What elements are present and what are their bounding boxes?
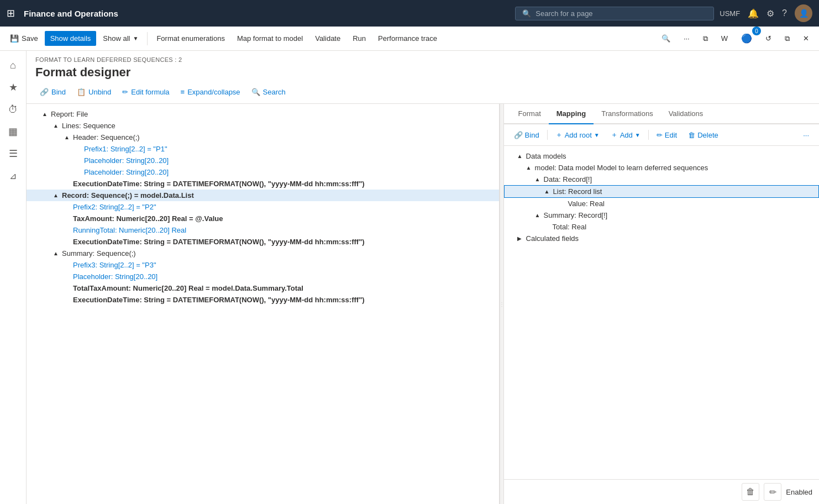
map-more-button[interactable]: ··· — [799, 129, 813, 141]
sidebar-home-icon[interactable]: ⌂ — [3, 55, 23, 75]
toggle-summary-record: ▲ — [535, 212, 544, 218]
map-text-total: Total: Real — [553, 223, 586, 231]
top-nav-bar: ⊞ Finance and Operations 🔍 Search for a … — [0, 0, 819, 27]
tree-item-summary[interactable]: ▲ Summary: Sequence(;) — [27, 248, 499, 259]
toolbar-search-button[interactable]: 🔍 — [656, 31, 676, 46]
tab-validations[interactable]: Validations — [661, 104, 711, 124]
map-item-calculated-fields[interactable]: ▶ Calculated fields — [504, 233, 819, 244]
tree-text-execdate2: ExecutionDateTime: String = DATETIMEFORM… — [73, 238, 365, 246]
tree-item-execdate2[interactable]: ExecutionDateTime: String = DATETIMEFORM… — [27, 236, 499, 248]
tab-format[interactable]: Format — [511, 104, 549, 124]
map-item-summary-record[interactable]: ▲ Summary: Record[!] — [504, 209, 819, 221]
inner-toolbar: 🔗 Bind 📋 Unbind ✏ Edit formula ≡ Expand/… — [35, 85, 810, 103]
map-format-to-model-button[interactable]: Map format to model — [232, 31, 308, 46]
expand-collapse-button[interactable]: ≡ Expand/collapse — [176, 85, 245, 99]
avatar[interactable]: 👤 — [795, 4, 812, 22]
bell-icon[interactable]: 🔔 — [748, 8, 759, 19]
search-icon: 🔍 — [522, 9, 531, 18]
tree-text-placeholder3: Placeholder: String[20..20] — [73, 272, 158, 281]
map-edit-button[interactable]: ✏ Edit — [652, 129, 681, 141]
tree-item-placeholder2[interactable]: Placeholder: String[20..20] — [27, 166, 499, 178]
tree-item-taxamount[interactable]: TaxAmount: Numeric[20..20] Real = @.Valu… — [27, 213, 499, 224]
toggle-data-models: ▲ — [517, 153, 526, 159]
map-text-list-record: List: Record list — [553, 187, 602, 196]
run-button[interactable]: Run — [347, 31, 371, 46]
tree-text-taxamount: TaxAmount: Numeric[20..20] Real = @.Valu… — [73, 214, 223, 223]
tree-item-execdate3[interactable]: ExecutionDateTime: String = DATETIMEFORM… — [27, 294, 499, 306]
bottom-delete-button[interactable]: 🗑 — [742, 483, 759, 501]
tree-text-placeholder1: Placeholder: String[20..20] — [84, 156, 169, 165]
app-title: Finance and Operations — [24, 9, 118, 18]
unbind-icon: 📋 — [77, 88, 86, 96]
tree-item-runningtotal[interactable]: RunningTotal: Numeric[20..20] Real — [27, 224, 499, 236]
toolbar-plugin-button[interactable]: ⧉ — [697, 31, 713, 46]
map-item-data-record[interactable]: ▲ Data: Record[!] — [504, 174, 819, 185]
main-layout: ⌂ ★ ⏱ ▦ ☰ ⊿ FORMAT TO LEARN DEFERRED SEQ… — [0, 51, 819, 504]
tree-item-execdate1[interactable]: ExecutionDateTime: String = DATETIMEFORM… — [27, 178, 499, 190]
expand-icon: ≡ — [181, 88, 185, 96]
toolbar-office-button[interactable]: W — [716, 31, 733, 46]
gear-icon[interactable]: ⚙ — [767, 8, 774, 19]
open-new-tab-button[interactable]: ⧉ — [779, 31, 795, 46]
map-add-button[interactable]: ＋ Add ▼ — [606, 128, 645, 142]
search-button[interactable]: 🔍 Search — [247, 85, 290, 99]
drag-handle[interactable]: ⋮ — [500, 104, 504, 504]
mapping-panel: Format Mapping Transformations Validatio… — [504, 104, 819, 504]
grid-icon[interactable]: ⊞ — [7, 7, 15, 19]
nav-icons: USMF 🔔 ⚙ ? 👤 — [720, 4, 812, 22]
sidebar-filter-icon[interactable]: ⊿ — [3, 166, 23, 186]
map-item-model[interactable]: ▲ model: Data model Model to learn defer… — [504, 162, 819, 174]
map-item-value[interactable]: Value: Real — [504, 198, 819, 209]
performance-trace-button[interactable]: Performance trace — [372, 31, 443, 46]
tree-item-placeholder3[interactable]: Placeholder: String[20..20] — [27, 271, 499, 282]
tree-text-summary: Summary: Sequence(;) — [62, 249, 136, 258]
tree-item-record[interactable]: ▲ Record: Sequence(;) = model.Data.List — [27, 190, 499, 201]
map-item-data-models[interactable]: ▲ Data models — [504, 150, 819, 162]
map-add-icon: ＋ — [611, 130, 618, 140]
map-delete-button[interactable]: 🗑 Delete — [684, 129, 723, 141]
action-toolbar: 💾 Save Show details Show all ▼ Format en… — [0, 27, 819, 51]
map-add-root-button[interactable]: ＋ Add root ▼ — [551, 128, 604, 142]
toolbar-more-button[interactable]: ··· — [678, 31, 695, 46]
tree-item-prefix1[interactable]: Prefix1: String[2..2] = "P1" — [27, 143, 499, 155]
split-pane: ▲ Report: File ▲ Lines: Sequence ▲ Heade… — [27, 104, 819, 504]
format-enumerations-button[interactable]: Format enumerations — [151, 31, 230, 46]
tree-item-header[interactable]: ▲ Header: Sequence(;) — [27, 132, 499, 143]
tab-transformations[interactable]: Transformations — [594, 104, 660, 124]
help-icon[interactable]: ? — [782, 8, 787, 18]
tree-item-report[interactable]: ▲ Report: File — [27, 108, 499, 120]
refresh-button[interactable]: ↺ — [760, 31, 777, 46]
tree-text-prefix1: Prefix1: String[2..2] = "P1" — [84, 145, 167, 153]
map-item-total[interactable]: Total: Real — [504, 221, 819, 233]
tree-item-prefix2[interactable]: Prefix2: String[2..2] = "P2" — [27, 201, 499, 213]
show-details-button[interactable]: Show details — [45, 31, 97, 46]
bottom-edit-button[interactable]: ✏ — [764, 483, 781, 501]
map-text-summary-record: Summary: Record[!] — [544, 211, 608, 219]
toggle-list-record: ▲ — [544, 188, 553, 195]
sidebar-workspaces-icon[interactable]: ▦ — [3, 122, 23, 141]
edit-formula-button[interactable]: ✏ Edit formula — [118, 85, 174, 99]
map-bind-button[interactable]: 🔗 Bind — [510, 129, 544, 141]
sidebar-modules-icon[interactable]: ☰ — [3, 144, 23, 164]
show-all-button[interactable]: Show all ▼ — [97, 31, 144, 46]
status-text: Enabled — [786, 488, 812, 496]
toggle-header: ▲ — [64, 134, 73, 140]
map-item-list-record[interactable]: ▲ List: Record list — [504, 185, 819, 198]
save-button[interactable]: 💾 Save — [4, 31, 44, 46]
save-icon: 💾 — [10, 34, 19, 43]
tab-mapping[interactable]: Mapping — [549, 104, 594, 124]
edit-icon: ✏ — [122, 88, 128, 96]
sidebar-favorites-icon[interactable]: ★ — [3, 77, 23, 97]
bind-button[interactable]: 🔗 Bind — [35, 85, 70, 99]
tree-item-prefix3[interactable]: Prefix3: String[2..2] = "P3" — [27, 259, 499, 271]
tree-text-prefix3: Prefix3: String[2..2] = "P3" — [73, 261, 156, 269]
top-search-bar[interactable]: 🔍 Search for a page — [515, 7, 714, 20]
tree-item-lines[interactable]: ▲ Lines: Sequence — [27, 120, 499, 132]
tree-item-totaltax[interactable]: TotalTaxAmount: Numeric[20..20] Real = m… — [27, 282, 499, 294]
tree-item-placeholder1[interactable]: Placeholder: String[20..20] — [27, 155, 499, 166]
bind-icon: 🔗 — [40, 88, 49, 96]
sidebar-recent-icon[interactable]: ⏱ — [3, 99, 23, 119]
unbind-button[interactable]: 📋 Unbind — [72, 85, 116, 99]
close-button[interactable]: ✕ — [797, 31, 815, 46]
validate-button[interactable]: Validate — [309, 31, 346, 46]
